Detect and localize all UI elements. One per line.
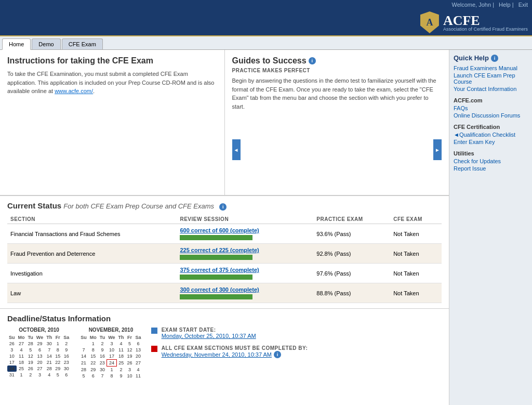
main-layout: Instructions for taking the CFE Exam To … <box>0 50 532 405</box>
sidebar-link[interactable]: Online Discussion Forums <box>454 112 528 119</box>
help-link[interactable]: Help <box>499 2 511 8</box>
calendar-day: 8 <box>88 347 98 353</box>
svg-text:A: A <box>426 17 433 28</box>
exam-end-info-icon[interactable]: i <box>274 351 281 358</box>
current-status-info-icon[interactable]: i <box>219 203 227 211</box>
sidebar-link[interactable]: Enter Exam Key <box>454 139 528 145</box>
cfe-cell: Not Taken <box>390 283 442 303</box>
table-row: Fraud Prevention and Deterrence 225 corr… <box>7 244 442 264</box>
calendar-day: 14 <box>79 353 88 360</box>
review-link[interactable]: 600 correct of 600 (complete) <box>180 227 259 233</box>
calendar-day: 13 <box>35 353 45 359</box>
logo-text-area: ACFE Association of Certified Fraud Exam… <box>443 13 528 32</box>
calendar-day: 5 <box>54 372 62 378</box>
calendar-day: 2 <box>98 341 107 347</box>
calendar-day: 16 <box>62 353 71 359</box>
calendar-day: 19 <box>26 359 35 365</box>
calendar-day: 17 <box>7 359 17 365</box>
calendar-day: 6 <box>134 341 143 347</box>
calendar-day: 11 <box>17 353 26 359</box>
calendar-day: 6 <box>88 373 98 379</box>
status-table: SECTION REVIEW SESSION PRACTICE EXAM CFE… <box>7 215 442 303</box>
review-link[interactable]: 300 correct of 300 (complete) <box>180 286 259 293</box>
calendar-day: 28 <box>26 341 35 347</box>
carousel-prev-button[interactable]: ◄ <box>232 139 241 160</box>
calendar-day: 8 <box>54 347 62 353</box>
calendar-day: 29 <box>88 367 98 373</box>
quick-help-info-icon[interactable]: i <box>491 55 498 62</box>
calendar-day: 25 <box>17 365 26 372</box>
table-row: Investigation 375 correct of 375 (comple… <box>7 264 442 283</box>
exam-info: EXAM START DATE: Monday, October 25, 201… <box>151 327 442 379</box>
calendar-day: 21 <box>45 359 54 365</box>
calendar-day: 26 <box>126 360 134 367</box>
calendar-day: 6 <box>35 347 45 353</box>
calendar-day: 26 <box>26 365 35 372</box>
calendar-day: 5 <box>26 347 35 353</box>
progress-bar-fill <box>180 294 252 299</box>
deadline-section: Deadline/Status Information OCTOBER, 201… <box>0 308 449 384</box>
calendar-day: 9 <box>98 347 107 353</box>
calendar-day: 5 <box>79 373 88 379</box>
calendar-day: 1 <box>88 341 98 347</box>
sidebar-link[interactable]: Your Contact Information <box>454 86 528 92</box>
guides-info-icon[interactable]: i <box>309 57 316 64</box>
calendar-day: 10 <box>107 347 116 353</box>
carousel-area: ◄ ► <box>232 111 442 189</box>
sidebar-link[interactable]: FAQs <box>454 105 528 111</box>
exam-end-row: ALL CFE EXAM SECTIONS MUST BE COMPLETED … <box>151 345 442 358</box>
october-table: SuMoTuWeThFrSa 2627282930123456789101112… <box>7 334 71 378</box>
calendar-day: 29 <box>35 341 45 347</box>
welcome-text: Welcome, John <box>451 2 491 8</box>
sidebar: Quick Help i Fraud Examiners ManualLaunc… <box>449 50 532 405</box>
sidebar-link[interactable]: Check for Updates <box>454 158 528 164</box>
review-link[interactable]: 225 correct of 225 (complete) <box>180 247 259 253</box>
col-practice: PRACTICE EXAM <box>313 215 390 224</box>
logo-area: A ACFE Association of Certified Fraud Ex… <box>420 11 528 33</box>
practice-cell: 88.8% (Pass) <box>313 283 390 303</box>
review-link[interactable]: 375 correct of 375 (complete) <box>180 267 259 273</box>
calendar-day: 3 <box>126 367 134 373</box>
sidebar-link[interactable]: ◄Qualification Checklist <box>454 132 528 138</box>
header: A ACFE Association of Certified Fraud Ex… <box>0 9 532 36</box>
sidebar-section: ACFE.comFAQsOnline Discussion Forums <box>454 97 528 119</box>
sidebar-link[interactable]: Report Issue <box>454 165 528 172</box>
calendar-day: 22 <box>88 360 98 367</box>
calendar-day: 3 <box>35 372 45 378</box>
calendar-day: 21 <box>79 360 88 367</box>
guides-body: Begin by answering the questions in the … <box>232 76 442 111</box>
calendar-day: 3 <box>7 347 17 353</box>
col-section: SECTION <box>7 215 177 224</box>
sidebar-section: Fraud Examiners ManualLaunch CFE Exam Pr… <box>454 65 528 92</box>
calendar-day: 10 <box>126 373 134 379</box>
calendar-day: 11 <box>134 373 143 379</box>
carousel-next-button[interactable]: ► <box>433 139 442 160</box>
tab-demo[interactable]: Demo <box>32 38 60 49</box>
review-cell: 300 correct of 300 (complete) <box>177 283 313 303</box>
calendar-day: 28 <box>45 365 54 372</box>
sidebar-link[interactable]: Launch CFE Exam Prep Course <box>454 72 528 85</box>
calendar-day: 24 <box>7 365 17 372</box>
october-title: OCTOBER, 2010 <box>7 327 71 333</box>
calendar-day: 22 <box>54 359 62 365</box>
acfe-link[interactable]: www.acfe.com/ <box>55 88 93 94</box>
review-cell: 225 correct of 225 (complete) <box>177 244 313 264</box>
section-cell: Law <box>7 283 177 303</box>
sidebar-link[interactable]: Fraud Examiners Manual <box>454 65 528 71</box>
calendar-day: 27 <box>134 360 143 367</box>
exam-end-info: ALL CFE EXAM SECTIONS MUST BE COMPLETED … <box>162 345 308 358</box>
calendar-day: 11 <box>117 347 126 353</box>
tab-cfe-exam[interactable]: CFE Exam <box>62 38 103 49</box>
calendar-day: 8 <box>107 373 116 379</box>
calendar-day: 23 <box>62 359 71 365</box>
calendar-day: 1 <box>54 341 62 347</box>
exam-end-date[interactable]: Wednesday, November 24, 2010, 10:37 AM <box>162 351 272 358</box>
progress-bar-fill <box>180 235 252 240</box>
calendar-day: 18 <box>117 353 126 360</box>
tab-home[interactable]: Home <box>2 38 31 50</box>
exit-link[interactable]: Exit <box>518 2 528 8</box>
instructions-title: Instructions for taking the CFE Exam <box>7 56 217 66</box>
exam-end-label: ALL CFE EXAM SECTIONS MUST BE COMPLETED … <box>162 345 308 351</box>
deadline-title: Deadline/Status Information <box>7 314 442 323</box>
exam-start-date[interactable]: Monday, October 25, 2010, 10:37 AM <box>162 333 256 339</box>
